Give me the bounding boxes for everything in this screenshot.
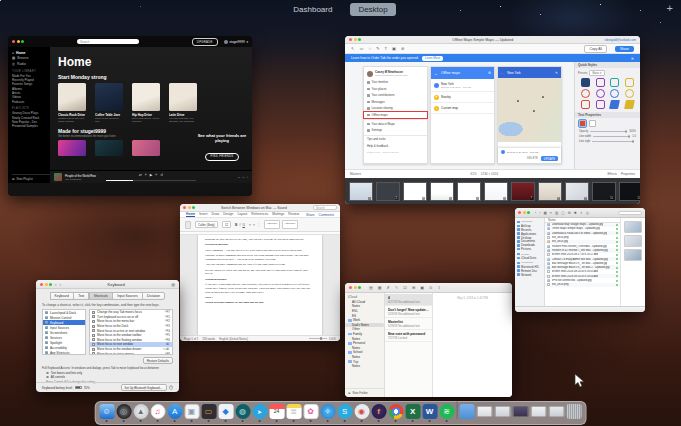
artboard-new-york[interactable]: ← New York ✎ Expires in 29 days · 178 MB… [497,66,562,164]
app-store-icon[interactable]: A [167,404,182,422]
find-friends-button[interactable]: FIND FRIENDS [205,153,240,161]
share-icon[interactable]: ⇧ [437,285,440,290]
font-size-select[interactable]: 12 [222,221,231,228]
photo-icon[interactable]: ▣ [420,285,424,290]
prefs-tab[interactable]: Input Sources [112,292,142,300]
user-menu[interactable]: stugei9999▾ [224,40,248,44]
playlist-cover[interactable] [58,140,86,156]
artboard-offline-maps[interactable]: ← Offline maps ⚙ New York Expires in 29 … [430,66,495,164]
action-icon[interactable]: ✱ [574,211,577,215]
image-tool-icon[interactable]: ▣ [392,46,396,51]
page-thumbnail[interactable]: 4 [430,182,454,201]
word-icon[interactable]: W [422,404,437,422]
shuffle-icon[interactable]: ⇄ [139,173,142,177]
upgrade-button[interactable]: UPGRADE [192,38,218,46]
prefs-tab[interactable]: Shortcuts [89,292,113,300]
page-thumbnail[interactable]: 1 [349,182,373,201]
finder-window[interactable]: ‹›▦≡▥▢⊞✱⇧◎ FavoritesAirDropRecentsApplic… [515,208,645,312]
sidebar-nav-item[interactable]: ◎Radio [12,61,50,67]
chrome-icon[interactable] [388,404,403,422]
style-swatch[interactable] [581,78,590,87]
shortcut-row[interactable]: Move focus to status menus^F8 [90,351,172,355]
keyboard-prefs-window[interactable]: ‹ › Keyboard ▦ KeyboardTextShortcutsInpu… [36,280,179,392]
previous-icon[interactable]: « [145,173,147,177]
playlist-card[interactable]: Hip Hop Drive Drive slow homie. Cover: C… [132,83,160,123]
checklist-icon[interactable]: ☑ [403,285,407,290]
search-input[interactable]: Search [313,205,337,210]
file-row[interactable]: test_0818.png [545,283,620,287]
note-editor[interactable]: May 5, 2018 at 1:42 PM [433,293,512,397]
underline-icon[interactable]: U [242,223,244,227]
finder-sidebar-item[interactable]: Network [515,273,544,277]
word-window[interactable]: Switch Between Windows on Mac — Saved Se… [180,204,340,341]
document-page[interactable]: grabbing the app you need at the time, y… [198,235,322,335]
delete-note-icon[interactable]: ✗ [387,285,390,290]
playlist-item[interactable]: Preowned Samples [12,124,50,128]
back-icon[interactable]: ‹ [55,282,57,287]
minimized-window[interactable] [495,406,511,422]
zoom-level[interactable]: 61% [471,172,477,176]
comments-button[interactable]: Comments [319,213,334,217]
note-list-item[interactable]: 4 6/27/18 No additional text [385,294,432,306]
copy-all-button[interactable]: Copy All [584,45,606,53]
notes-icon[interactable]: ≣ [286,404,301,422]
style-swatch[interactable] [610,89,619,98]
document-area[interactable]: grabbing the app you need at the time, y… [180,235,340,335]
checkbox-checked-icon[interactable] [92,315,95,318]
design-canvas[interactable]: Casey M Newhouse caseymnewhouse@gmail.co… [345,62,574,169]
minimized-window[interactable] [513,406,529,422]
artboard-menu[interactable]: Casey M Newhouse caseymnewhouse@gmail.co… [363,66,428,164]
playlist-card[interactable]: Classic Rock Drive Classic rock to get y… [58,83,86,123]
checkbox-checked-icon[interactable] [92,329,95,332]
itunes-icon[interactable]: ♫ [150,404,165,422]
next-icon[interactable]: » [155,173,157,177]
setup-bluetooth-keyboard-button[interactable]: Set Up Bluetooth Keyboard… [121,384,167,391]
gallery-view-icon[interactable]: ▢ [561,211,564,215]
note-list-item[interactable]: Masterlist 5/28/18 No additional text [385,318,432,330]
checkbox-checked-icon[interactable] [92,320,95,323]
update-button[interactable]: UPDATE [541,156,558,161]
traffic-lights[interactable] [12,40,24,43]
style-swatch[interactable] [596,89,605,98]
finder-sidebar-item[interactable]: iCloud Drive [515,256,544,260]
playlist-card[interactable]: Latin Drive Let Latin hits take you thro… [169,83,197,123]
page-count[interactable]: Page 1 of 1 [184,337,198,341]
finder-icon[interactable]: ☺ [99,404,114,422]
checkbox-checked-icon[interactable] [92,348,95,351]
style-swatch[interactable] [624,100,635,109]
checkbox-checked-icon[interactable] [92,352,95,355]
page-thumbnail[interactable]: 3 [403,182,427,201]
ribbon-tab[interactable]: Design [223,212,233,217]
forward-icon[interactable]: › [60,282,62,287]
new-playlist-button[interactable]: ⊞New Playlist [12,174,50,183]
sidebar-toggle-icon[interactable]: ▤ [369,285,373,290]
checkbox-checked-icon[interactable] [92,334,95,337]
teal-app-icon[interactable]: ◍ [235,404,250,422]
prefs-tab[interactable]: Dictation [142,292,165,300]
share-button[interactable]: Share [306,213,315,217]
forward-icon[interactable]: › [539,211,540,215]
tags-icon[interactable]: ◎ [586,211,589,215]
artboard-tool-icon[interactable]: ▭ [360,46,364,51]
ribbon-tab[interactable]: Mailings [272,212,284,217]
prefs-tab[interactable]: Text [73,292,89,300]
back-icon[interactable]: ‹ [535,211,536,215]
traffic-lights[interactable] [349,286,361,289]
photos-icon[interactable]: ✿ [303,404,318,422]
notes-folder-item[interactable]: Notes [345,364,384,369]
style-swatch[interactable] [609,100,620,109]
restore-defaults-button[interactable]: Restore Defaults [143,357,173,364]
pen-tool-icon[interactable]: ✎ [376,46,380,51]
style-gallery-item[interactable]: AaBbCcDd [264,220,280,229]
playlist-cover[interactable] [95,83,123,111]
page-thumbnail[interactable]: 10 [592,182,616,201]
font-select[interactable]: Calibri (Body) [195,221,218,228]
group-icon[interactable]: ⊞ [568,211,571,215]
radio-option[interactable]: All controls [46,375,169,379]
page-thumbnail[interactable]: 2 [376,182,400,201]
note-list-item[interactable]: Don't forget! New update… 5/29/18 No add… [385,306,432,318]
minimized-window[interactable] [531,406,547,422]
checkbox-checked-icon[interactable] [92,311,95,314]
list-view-icon[interactable]: ≡ [550,211,552,215]
red-dial-icon[interactable]: ◉ [354,404,369,422]
